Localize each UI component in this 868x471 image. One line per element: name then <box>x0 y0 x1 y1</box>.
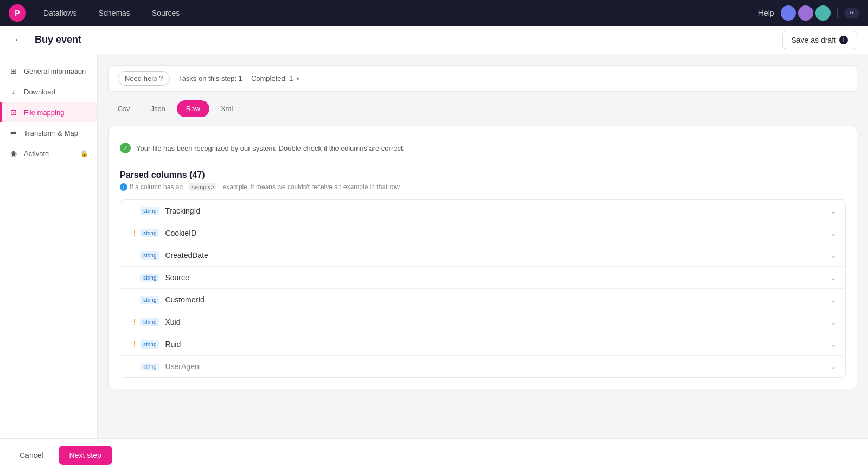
table-row[interactable]: ! string Xuid ⌄ <box>120 311 845 333</box>
sidebar-item-file-mapping[interactable]: ⊡ File mapping <box>0 102 97 122</box>
chevron-right-icon: ⌄ <box>830 251 837 260</box>
chevron-right-icon: ⌄ <box>830 362 837 371</box>
sidebar-item-label-download: Download <box>24 88 55 96</box>
bottom-bar: Cancel Next step <box>0 438 868 471</box>
type-badge: string <box>140 207 159 215</box>
main-content: Need help ? Tasks on this step: 1 Comple… <box>98 54 868 471</box>
activate-icon: ◉ <box>9 149 18 158</box>
sidebar-item-label-transform: Transform & Map <box>24 129 78 137</box>
sidebar-item-transform-map[interactable]: ⇌ Transform & Map <box>0 122 97 143</box>
chevron-right-icon: ⌄ <box>830 295 837 304</box>
type-badge: string <box>140 340 159 349</box>
next-step-button[interactable]: Next step <box>59 446 112 465</box>
nav-sources[interactable]: Sources <box>148 7 184 20</box>
success-check-icon: ✓ <box>120 143 131 153</box>
table-row[interactable]: string CustomerId ⌄ <box>120 289 845 311</box>
chevron-right-icon: ⌄ <box>830 340 837 349</box>
table-row[interactable]: ! string CookieID ⌄ <box>120 222 845 244</box>
table-row[interactable]: string Source ⌄ <box>120 267 845 289</box>
top-nav: P Dataflows Schemas Sources Help •• <box>0 0 868 26</box>
completed-label: Completed: 1 <box>251 74 293 82</box>
tab-csv[interactable]: Csv <box>108 100 139 117</box>
empty-tag: <empty> <box>189 183 216 191</box>
nav-separator <box>837 8 838 18</box>
transform-map-icon: ⇌ <box>9 128 18 138</box>
type-badge: string <box>140 229 159 237</box>
completed-info[interactable]: Completed: 1 ▾ <box>251 74 299 82</box>
warning-icon: ! <box>129 340 140 349</box>
main-layout: ⊞ General information ↓ Download ⊡ File … <box>0 54 868 471</box>
parsed-note: i If a column has an <empty> example, it… <box>120 183 846 191</box>
table-row[interactable]: string CreatedDate ⌄ <box>120 244 845 267</box>
column-name: CustomerId <box>165 295 830 304</box>
back-button[interactable]: ← <box>11 33 26 48</box>
type-badge: string <box>140 296 159 304</box>
nav-help[interactable]: Help <box>758 9 774 17</box>
parsed-note-suffix: example, it means we couldn't receive an… <box>223 183 401 191</box>
chevron-right-icon: ⌄ <box>830 273 837 282</box>
column-name: UserAgent <box>165 362 830 371</box>
download-icon: ↓ <box>9 87 18 96</box>
column-name: Ruid <box>165 340 830 349</box>
column-name: TrackingId <box>165 207 830 215</box>
column-name: CreatedDate <box>165 251 830 260</box>
tab-json[interactable]: Json <box>141 100 174 117</box>
warning-placeholder <box>129 207 140 215</box>
nav-user-pill: •• <box>844 8 859 18</box>
column-name: Source <box>165 273 830 282</box>
content-card: ✓ Your file has been recognized by our s… <box>108 126 857 389</box>
nav-avatar-3 <box>815 5 831 21</box>
save-draft-label: Save as draft <box>792 36 837 44</box>
type-badge: string <box>140 318 159 326</box>
nav-logo[interactable]: P <box>9 4 26 22</box>
sidebar-item-label-file-mapping: File mapping <box>24 108 64 117</box>
warning-placeholder <box>129 251 140 260</box>
warning-placeholder <box>129 273 140 282</box>
nav-avatar-2 <box>798 5 813 21</box>
cancel-button[interactable]: Cancel <box>11 447 52 464</box>
nav-schemas[interactable]: Schemas <box>94 7 134 20</box>
tab-raw[interactable]: Raw <box>177 100 209 117</box>
success-message: ✓ Your file has been recognized by our s… <box>120 137 846 159</box>
sidebar-item-general-information[interactable]: ⊞ General information <box>0 61 97 81</box>
sidebar-item-label-activate: Activate <box>24 150 49 158</box>
sub-header: ← Buy event Save as draft i <box>0 26 868 54</box>
chevron-right-icon: ⌄ <box>830 229 837 237</box>
warning-icon: ! <box>129 318 140 326</box>
file-mapping-icon: ⊡ <box>9 107 18 117</box>
table-row[interactable]: string TrackingId ⌄ <box>120 200 845 222</box>
column-list: string TrackingId ⌄ ! string CookieID ⌄ … <box>120 199 846 378</box>
lock-icon: 🔒 <box>80 150 88 157</box>
sidebar: ⊞ General information ↓ Download ⊡ File … <box>0 54 98 471</box>
type-badge: string <box>140 251 159 260</box>
nav-right: Help •• <box>758 5 859 21</box>
save-draft-info-icon: i <box>839 36 848 44</box>
save-draft-button[interactable]: Save as draft i <box>782 31 858 49</box>
chevron-right-icon: ⌄ <box>830 207 837 215</box>
type-badge: string <box>140 274 159 282</box>
chevron-down-icon: ▾ <box>296 75 299 82</box>
sidebar-item-label-general: General information <box>24 67 86 75</box>
general-info-icon: ⊞ <box>9 66 18 76</box>
warning-placeholder <box>129 362 140 371</box>
need-help-button[interactable]: Need help ? <box>118 71 170 86</box>
parsed-note-prefix: If a column has an <box>130 183 183 191</box>
nav-avatar-1 <box>781 5 796 21</box>
nav-avatar-group <box>781 5 831 21</box>
chevron-right-icon: ⌄ <box>830 318 837 326</box>
column-name: CookieID <box>165 229 830 237</box>
page-title: Buy event <box>35 34 81 46</box>
success-text: Your file has been recognized by our sys… <box>136 144 405 152</box>
info-dot-icon: i <box>120 183 127 191</box>
tasks-on-step: Tasks on this step: 1 <box>178 74 242 82</box>
task-bar: Need help ? Tasks on this step: 1 Comple… <box>108 65 857 92</box>
nav-user-dots: •• <box>850 9 854 17</box>
tab-xml[interactable]: Xml <box>212 100 242 117</box>
column-name: Xuid <box>165 318 830 326</box>
nav-dataflows[interactable]: Dataflows <box>39 7 81 20</box>
table-row[interactable]: string UserAgent ⌄ <box>120 356 845 377</box>
table-row[interactable]: ! string Ruid ⌄ <box>120 333 845 356</box>
warning-placeholder <box>129 295 140 304</box>
sidebar-item-download[interactable]: ↓ Download <box>0 81 97 102</box>
sidebar-item-activate[interactable]: ◉ Activate 🔒 <box>0 143 97 164</box>
